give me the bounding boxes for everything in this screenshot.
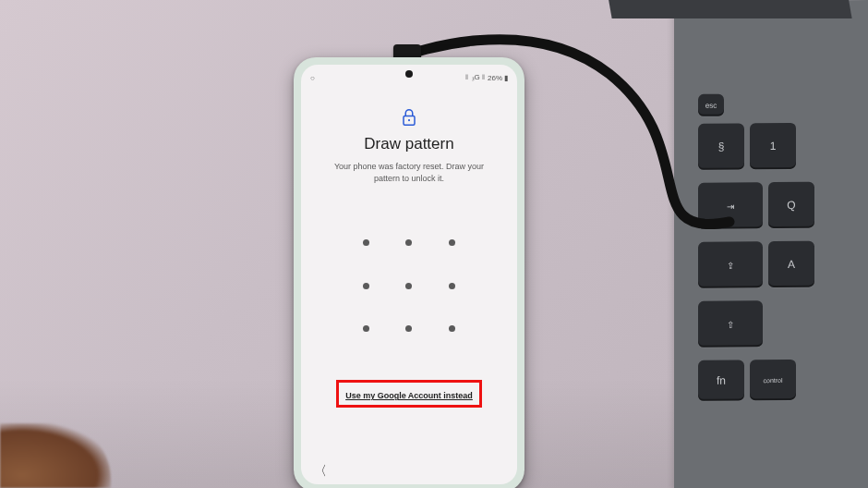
back-chevron-icon[interactable]: 〈 (314, 463, 327, 480)
key-tab[interactable]: ⇥ (698, 182, 763, 229)
svg-point-1 (408, 119, 410, 121)
use-google-account-link[interactable]: Use my Google Account instead (345, 391, 473, 400)
alt-link-container: Use my Google Account instead (338, 382, 480, 406)
nav-bar: 〈 (301, 458, 517, 484)
battery-percent: 26% (488, 74, 502, 82)
pattern-dot[interactable] (405, 325, 412, 332)
page-subtitle: Your phone was factory reset. Draw your … (308, 161, 510, 184)
lock-screen-content: Draw pattern Your phone was factory rese… (301, 87, 517, 458)
key-1[interactable]: 1 (750, 123, 796, 170)
key-fn[interactable]: fn (698, 360, 744, 401)
pattern-grid[interactable] (344, 221, 474, 350)
key-control[interactable]: control (750, 360, 796, 401)
lock-icon (401, 107, 417, 128)
signal-icon: ⫴ ₃G ⫴ (465, 73, 486, 82)
pattern-dot[interactable] (449, 239, 455, 246)
scene-photo: esc § 1 ⇥ Q ⇪ A ⇧ fn control (0, 0, 868, 488)
key-shift[interactable]: ⇧ (698, 300, 763, 348)
key-q[interactable]: Q (768, 182, 814, 229)
key-esc[interactable]: esc (698, 94, 724, 116)
key-caps[interactable]: ⇪ (698, 241, 763, 288)
status-left-icon: ○ (310, 74, 315, 82)
pattern-dot[interactable] (449, 325, 455, 332)
pattern-dot[interactable] (449, 283, 455, 289)
laptop: esc § 1 ⇥ Q ⇪ A ⇧ fn control (674, 0, 868, 488)
pattern-dot[interactable] (405, 283, 412, 289)
phone-device: ○ ⫴ ₃G ⫴ 26% ▮ Draw pattern (294, 57, 524, 488)
battery-icon: ▮ (504, 74, 508, 82)
keyboard: esc § 1 ⇥ Q ⇪ A ⇧ fn control (693, 92, 868, 445)
front-camera (405, 70, 413, 78)
key-section[interactable]: § (698, 123, 744, 170)
laptop-hinge (607, 0, 851, 18)
pattern-dot[interactable] (363, 283, 369, 289)
pattern-dot[interactable] (363, 239, 369, 246)
page-title: Draw pattern (364, 135, 453, 153)
phone-screen: ○ ⫴ ₃G ⫴ 26% ▮ Draw pattern (301, 65, 517, 484)
pattern-dot[interactable] (363, 325, 369, 332)
pattern-dot[interactable] (405, 239, 412, 246)
key-a[interactable]: A (768, 241, 814, 288)
